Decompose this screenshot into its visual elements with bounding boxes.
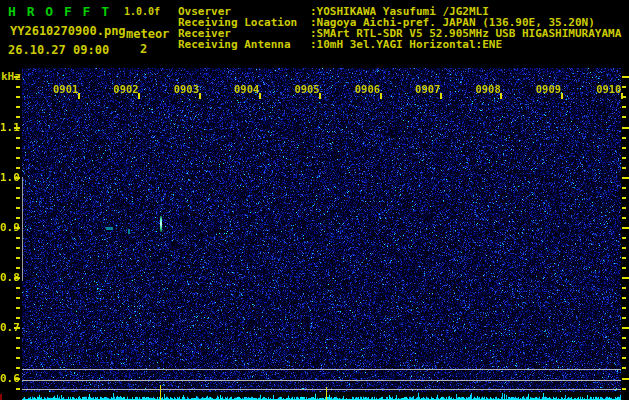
freq-tick-label: 0.6 (0, 373, 15, 384)
freq-minor-tick-right (622, 217, 626, 219)
freq-minor-tick (16, 157, 20, 159)
freq-minor-tick (16, 207, 20, 209)
station-info-line: Receiving Antenna:10mH 3el.YAGI Horizont… (178, 39, 502, 50)
time-tick-label: 0907 (415, 84, 440, 94)
time-tick-label: 0905 (294, 84, 319, 94)
freq-minor-tick (16, 307, 20, 309)
corner-count-mark (0, 394, 2, 400)
freq-minor-tick-right (622, 207, 626, 209)
hrofft-output-image: H R O F F T 1.0.0f YY2610270900.png mete… (0, 0, 629, 400)
freq-minor-tick (16, 86, 20, 88)
time-tick-label: 0901 (53, 84, 78, 94)
signal-strip-canvas (22, 392, 621, 400)
freq-major-tick (14, 76, 20, 78)
freq-minor-tick-right (622, 337, 626, 339)
meteor-count: 2 (140, 42, 147, 56)
freq-major-tick-right (622, 227, 629, 229)
freq-minor-tick-right (622, 307, 626, 309)
freq-minor-tick (16, 137, 20, 139)
app-title: H R O F F T (8, 4, 111, 19)
time-tick-label: 0906 (355, 84, 380, 94)
spectrogram-plot (22, 68, 621, 393)
meteor-echo-streak (160, 216, 162, 232)
time-tick (380, 93, 382, 99)
freq-minor-tick-right (622, 357, 626, 359)
freq-minor-tick (16, 317, 20, 319)
reference-line (22, 389, 621, 390)
app-version: 1.0.0f (124, 6, 160, 17)
freq-minor-tick (16, 147, 20, 149)
freq-major-tick-right (622, 277, 629, 279)
time-tick (78, 93, 80, 99)
freq-minor-tick (16, 116, 20, 118)
time-tick (199, 93, 201, 99)
time-tick-label: 0904 (234, 84, 259, 94)
freq-minor-tick-right (622, 317, 626, 319)
freq-minor-tick-right (622, 367, 626, 369)
time-tick (500, 93, 502, 99)
freq-tick-label: 1.0 (0, 172, 15, 183)
time-tick (319, 93, 321, 99)
faint-echo-blob (128, 229, 130, 234)
signal-level-strip (22, 392, 621, 400)
freq-minor-tick-right (622, 347, 626, 349)
freq-major-tick-right (622, 378, 629, 380)
freq-tick-label: 0.9 (0, 222, 15, 233)
freq-minor-tick-right (622, 116, 626, 118)
freq-tick-label: 0.7 (0, 322, 15, 333)
freq-minor-tick (16, 287, 20, 289)
time-tick (138, 93, 140, 99)
freq-major-tick-right (622, 76, 629, 78)
freq-minor-tick-right (622, 197, 626, 199)
freq-major-tick-right (622, 327, 629, 329)
freq-minor-tick-right (622, 257, 626, 259)
freq-minor-tick (16, 187, 20, 189)
station-info-value: :10mH 3el.YAGI Horizontal:ENE (310, 38, 502, 51)
freq-minor-tick (16, 297, 20, 299)
freq-major-tick-right (622, 177, 629, 179)
mode-label: meteor (126, 27, 169, 41)
freq-minor-tick-right (622, 287, 626, 289)
time-tick-label: 0910 (596, 84, 621, 94)
freq-minor-tick-right (622, 147, 626, 149)
freq-minor-tick (16, 247, 20, 249)
output-filename: YY2610270900.png (10, 24, 126, 38)
time-tick (259, 93, 261, 99)
freq-minor-tick-right (622, 297, 626, 299)
freq-minor-tick (16, 217, 20, 219)
freq-minor-tick (16, 237, 20, 239)
freq-minor-tick (16, 106, 20, 108)
freq-minor-tick-right (622, 187, 626, 189)
freq-minor-tick (16, 167, 20, 169)
freq-tick-label: 1.1 (0, 122, 15, 133)
time-tick (621, 93, 623, 99)
reference-line (22, 369, 621, 370)
signal-spike-marker (160, 385, 161, 400)
carrier-marker-line (22, 177, 23, 281)
reference-line (22, 380, 621, 381)
time-tick-label: 0903 (174, 84, 199, 94)
freq-minor-tick-right (622, 388, 626, 390)
freq-minor-tick-right (622, 267, 626, 269)
freq-major-tick-right (622, 127, 629, 129)
freq-minor-tick (16, 347, 20, 349)
datetime-label: 26.10.27 09:00 (8, 43, 109, 57)
freq-minor-tick-right (622, 157, 626, 159)
freq-minor-tick (16, 197, 20, 199)
time-tick-label: 0908 (475, 84, 500, 94)
freq-minor-tick (16, 357, 20, 359)
freq-minor-tick-right (622, 86, 626, 88)
freq-minor-tick (16, 367, 20, 369)
freq-minor-tick-right (622, 247, 626, 249)
freq-minor-tick-right (622, 167, 626, 169)
time-tick-label: 0902 (113, 84, 138, 94)
time-tick-label: 0909 (536, 84, 561, 94)
freq-minor-tick (16, 388, 20, 390)
faint-echo-blob (106, 227, 113, 230)
freq-minor-tick (16, 337, 20, 339)
freq-minor-tick-right (622, 237, 626, 239)
spectrogram-noise-canvas (22, 68, 621, 393)
freq-minor-tick (16, 257, 20, 259)
station-info-label: Receiving Antenna (178, 39, 310, 50)
time-tick (561, 93, 563, 99)
